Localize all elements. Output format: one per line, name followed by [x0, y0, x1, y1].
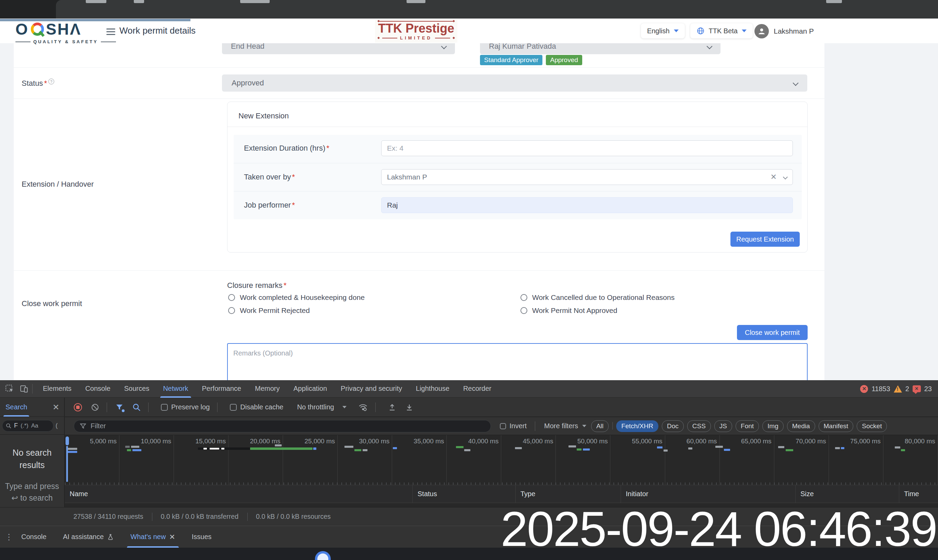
network-column-header[interactable]: Status	[413, 485, 516, 503]
warning-count: 2	[906, 385, 909, 393]
ttk-logo-sub: LIMITED	[378, 35, 455, 40]
radio-work-completed[interactable]: Work completed & Housekeeping done	[228, 293, 365, 302]
network-column-header[interactable]: Name	[65, 485, 413, 503]
radio-permit-rejected[interactable]: Work Permit Rejected	[228, 306, 310, 315]
request-type-chip[interactable]: Doc	[662, 420, 684, 432]
warning-icon[interactable]	[894, 385, 902, 392]
ttk-prestige-logo: TTK Prestige LIMITED	[375, 20, 457, 43]
waterfall-bar	[275, 445, 282, 446]
status-select[interactable]: Approved	[222, 74, 807, 92]
network-conditions-icon[interactable]	[358, 403, 368, 412]
network-column-header[interactable]: Size	[796, 485, 899, 503]
clear-network-log-icon[interactable]	[91, 403, 99, 411]
request-type-chip[interactable]: Img	[762, 420, 784, 432]
radio-work-cancelled[interactable]: Work Cancelled due to Operational Reason…	[520, 293, 675, 302]
clear-icon[interactable]: ✕	[770, 172, 777, 182]
status-label: Status*?	[22, 78, 54, 88]
devtools-tab[interactable]: Elements	[36, 380, 78, 398]
chevron-down-icon	[674, 29, 679, 32]
close-icon[interactable]: ✕	[169, 533, 175, 541]
job-performer-value: Raj	[387, 201, 398, 209]
request-extension-button[interactable]: Request Extension	[730, 232, 800, 247]
import-har-icon[interactable]	[388, 403, 396, 411]
drawer-tab-ai-assistance[interactable]: AI assistance	[55, 526, 122, 548]
card-title: New Extension	[238, 112, 289, 120]
request-type-chip[interactable]: JS	[714, 420, 732, 432]
invert-checkbox[interactable]: Invert	[500, 422, 527, 430]
devtools-tab[interactable]: Recorder	[456, 380, 498, 398]
radio-icon	[520, 307, 527, 314]
extension-duration-input[interactable]: Ex: 4	[381, 140, 793, 156]
help-icon[interactable]: ?	[48, 78, 54, 85]
radio-permit-not-approved[interactable]: Work Permit Not Approved	[520, 306, 617, 315]
chevron-down-icon[interactable]	[783, 175, 788, 180]
request-type-chip[interactable]: All	[591, 420, 609, 432]
user-menu[interactable]: Lakshman P	[755, 24, 814, 38]
devtools-tab[interactable]: Privacy and security	[334, 380, 409, 398]
device-toolbar-icon[interactable]	[19, 384, 29, 394]
throttling-select[interactable]: No throttling	[297, 403, 346, 411]
record-network-log-icon[interactable]	[74, 403, 82, 411]
environment-selector[interactable]: TTK Beta	[690, 23, 753, 38]
devtools-tab[interactable]: Application	[286, 380, 334, 398]
search-input[interactable]: F (.*) Aa	[2, 420, 54, 432]
request-type-chip[interactable]: Media	[787, 420, 815, 432]
regex-toggle-icon[interactable]: (.*)	[21, 422, 28, 429]
request-type-chip[interactable]: CSS	[687, 420, 711, 432]
divider	[32, 384, 32, 394]
devtools-tab[interactable]: Console	[78, 380, 117, 398]
flask-icon	[107, 534, 114, 540]
waterfall-bars	[65, 435, 938, 485]
search-toggle-icon[interactable]	[132, 403, 141, 411]
drawer-tab-whats-new[interactable]: What's new ✕	[122, 526, 183, 548]
oqsha-logo[interactable]: O SH Λ QUALITY & SAFETY	[15, 21, 116, 44]
more-filters-button[interactable]: More filters	[544, 422, 586, 430]
page-progress-line	[0, 19, 191, 21]
drawer-tab-console[interactable]: Console	[13, 526, 55, 548]
disable-cache-checkbox[interactable]: Disable cache	[230, 403, 283, 411]
devtools-tab[interactable]: Lighthouse	[409, 380, 456, 398]
waterfall-bar	[778, 446, 784, 448]
drawer-tab-issues[interactable]: Issues	[183, 526, 220, 548]
error-icon[interactable]: ✕	[860, 385, 868, 393]
logo-tagline: QUALITY & SAFETY	[15, 39, 116, 44]
filter-toggle-icon[interactable]	[115, 403, 123, 411]
close-icon[interactable]: ✕	[52, 403, 59, 412]
network-column-header[interactable]: Initiator	[621, 485, 796, 503]
devtools-tab[interactable]: Memory	[248, 380, 286, 398]
request-type-chip[interactable]: Socket	[857, 420, 887, 432]
hamburger-menu-icon[interactable]	[106, 27, 115, 37]
devtools-tab[interactable]: Network	[156, 380, 195, 398]
devtools-tab[interactable]: Performance	[195, 380, 248, 398]
network-column-header[interactable]: Type	[516, 485, 621, 503]
job-performer-row: Job performer* Raj	[234, 192, 802, 218]
taken-over-by-select[interactable]: Lakshman P ✕	[381, 169, 793, 185]
job-performer-input[interactable]: Raj	[381, 197, 793, 213]
inspect-element-icon[interactable]	[5, 384, 14, 394]
issues-icon[interactable]: ✕	[913, 385, 921, 392]
filter-input[interactable]: Filter	[74, 420, 491, 432]
export-har-icon[interactable]	[405, 403, 414, 411]
waterfall-bar	[354, 449, 361, 451]
preserve-log-label: Preserve log	[171, 403, 210, 411]
network-column-header[interactable]: Time	[899, 485, 938, 503]
drawer-menu-icon[interactable]: ⋮	[5, 532, 13, 542]
app-header: O SH Λ QUALITY & SAFETY Work permit deta…	[0, 18, 938, 43]
language-selector[interactable]: English	[641, 23, 685, 38]
network-overview-timeline[interactable]: 5,000 ms 10,000 ms 15,000 ms 20,000 ms 2…	[65, 435, 938, 485]
close-work-permit-button[interactable]: Close work permit	[737, 325, 807, 340]
match-case-toggle-icon[interactable]: Aa	[31, 422, 38, 429]
logo-letter: O	[15, 21, 29, 37]
preserve-log-checkbox[interactable]: Preserve log	[161, 403, 210, 411]
tab-title-fragment	[407, 0, 426, 3]
request-type-chip[interactable]: Fetch/XHR	[616, 420, 658, 432]
devtools-tab[interactable]: Sources	[117, 380, 156, 398]
search-tab[interactable]: Search	[6, 398, 27, 417]
waterfall-bar	[313, 448, 316, 450]
timeline-scroll-handle[interactable]	[66, 437, 69, 445]
search-query: F	[14, 422, 18, 429]
waterfall-bar	[67, 451, 77, 453]
extension-duration-label: Extension Duration (hrs)*	[244, 144, 381, 153]
request-type-chip[interactable]: Manifest	[819, 420, 853, 432]
request-type-chip[interactable]: Font	[736, 420, 759, 432]
